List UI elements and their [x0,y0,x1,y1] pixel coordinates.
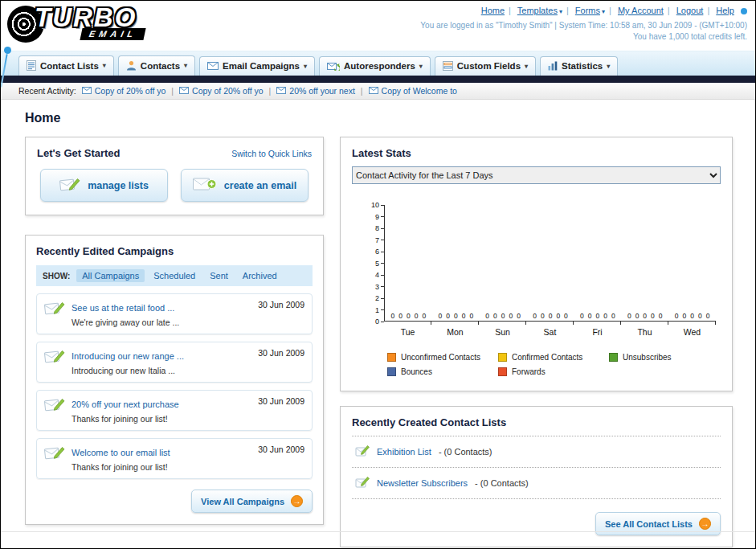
top-link-home[interactable]: Home [481,6,505,15]
view-all-campaigns-button[interactable]: View All Campaigns → [191,490,313,513]
separator: | [509,6,511,15]
tab-email-campaigns[interactable]: Email Campaigns ▾ [199,56,315,76]
recent-activity-link[interactable]: Copy of 20% off yo [95,86,166,96]
campaign-title-link[interactable]: 20% off your next purchase [72,399,179,409]
top-link-my-account[interactable]: My Account [618,6,664,15]
logo[interactable]: TURBO EMAIL [7,4,145,51]
envelope-pencil-icon [44,396,65,416]
tab-contact-lists[interactable]: Contact Lists ▾ [18,55,114,76]
x-axis-label: Sun [479,327,526,337]
recent-activity-link[interactable]: Copy of Welcome to [382,86,457,96]
chart-plot-area: 00000000000000000000000000000000000 [384,205,716,322]
see-all-contact-lists-label: See All Contact Lists [605,519,693,529]
x-axis-label: Tue [384,327,431,337]
filter-all-campaigns[interactable]: All Campaigns [76,269,145,282]
header-right: Home| Templates▾| Forms▾| My Account| Lo… [420,4,750,51]
recent-activity-item[interactable]: Copy of Welcome to [369,86,457,96]
chevron-down-icon: ▾ [419,63,423,70]
tab-autoresponders[interactable]: Autoresponders ▾ [319,56,431,76]
recent-activity-item[interactable]: Copy of 20% off yo [179,86,264,96]
stats-title: Latest Stats [352,147,721,159]
left-column: Let's Get Started Switch to Quick Links … [25,137,324,525]
campaign-title-link[interactable]: Introducing our new range ... [72,351,184,361]
recent-activity-link[interactable]: Copy of 20% off yo [192,86,264,96]
legend-item: Forwards [498,367,609,376]
contacts-icon [126,60,137,71]
right-column: Latest Stats Contact Activity for the La… [340,137,733,547]
contact-list-item[interactable]: Exhibition List - (0 Contacts) [352,436,721,468]
legend-item: Confirmed Contacts [498,353,609,362]
chevron-down-icon: ▾ [304,63,307,70]
filter-archived[interactable]: Archived [237,269,283,282]
bar-group-values: 00000 [668,312,716,320]
y-axis-tick-label: 1 [375,306,384,314]
x-axis-label: Sat [526,327,574,337]
latest-stats-panel: Latest Stats Contact Activity for the La… [340,137,733,391]
main-nav: Contact Lists ▾ Contacts ▾ Email Campaig… [1,51,755,76]
legend-item: Unconfirmed Contacts [387,353,498,362]
top-link-forms[interactable]: Forms▾ [575,6,605,15]
envelope-pencil-icon [44,348,65,367]
chevron-down-icon: ▾ [184,62,187,69]
contact-list-item[interactable]: Newsletter Subscribers - (0 Contacts) [352,468,721,499]
legend-swatch [387,367,396,376]
create-email-button[interactable]: create an email [181,169,309,202]
chart-y-axis: 012345678910 [365,205,384,322]
tab-label: Autoresponders [344,61,415,71]
contact-activity-chart: 012345678910 000000000000000000000000000… [352,205,721,337]
campaign-list-item[interactable]: Welcome to our email list Thanks for joi… [36,438,313,479]
recent-activity-link[interactable]: 20% off your next [289,86,355,96]
campaign-list-item[interactable]: See us at the retail food ... We're givi… [36,293,313,334]
tab-custom-fields[interactable]: Custom Fields ▾ [435,56,536,76]
campaign-list-item[interactable]: 20% off your next purchase Thanks for jo… [36,390,313,431]
bar-group-values: 00000 [385,312,432,320]
legend-item: Unsubscribes [609,353,720,362]
contact-list-link[interactable]: Newsletter Subscribers [377,478,468,488]
filter-sent[interactable]: Sent [204,269,234,282]
campaign-list-item[interactable]: Introducing our new range ... Introducin… [36,342,313,383]
manage-lists-button[interactable]: manage lists [40,169,168,202]
tab-contacts[interactable]: Contacts ▾ [118,55,195,76]
campaigns-title: Recently Edited Campaigns [36,245,313,257]
page-title: Home [25,111,733,125]
chevron-down-icon: ▾ [525,63,528,70]
top-link-help[interactable]: Help [716,6,734,15]
legend-swatch [498,367,507,376]
filter-scheduled[interactable]: Scheduled [148,269,201,282]
separator: | [269,86,272,96]
campaign-title-link[interactable]: See us at the retail food ... [72,303,174,313]
y-axis-tick-label: 0 [375,318,384,326]
recent-activity-item[interactable]: Copy of 20% off yo [82,86,166,96]
contact-list-link[interactable]: Exhibition List [377,447,431,457]
campaign-subtitle: Thanks for joining our list! [72,414,179,424]
separator: | [668,6,670,15]
main-content: Home Let's Get Started Switch to Quick L… [1,100,755,547]
switch-quick-links-link[interactable]: Switch to Quick Links [231,149,312,158]
top-link-logout[interactable]: Logout [676,6,704,15]
legend-label: Unsubscribes [623,353,672,362]
chevron-down-icon: ▾ [559,8,562,15]
y-axis-tick-label: 5 [375,260,384,268]
y-axis-tick-label: 9 [375,213,384,221]
stats-period-select[interactable]: Contact Activity for the Last 7 Days [352,166,721,184]
tab-label: Custom Fields [457,61,521,71]
chevron-down-icon: ▾ [103,62,106,69]
tab-statistics[interactable]: Statistics ▾ [540,56,618,76]
legend-item: Bounces [387,367,498,376]
recent-activity-item[interactable]: 20% off your next [276,86,355,96]
login-info: You are logged in as "Timothy Smith" | S… [420,21,747,30]
campaign-subtitle: Thanks for joining our list! [72,462,170,472]
y-axis-tick-label: 8 [375,224,384,232]
custom-fields-icon [443,61,453,71]
top-link-templates[interactable]: Templates▾ [517,6,562,15]
bar-group-values: 00000 [480,312,527,320]
y-axis-tick-label: 10 [371,201,384,209]
email-campaigns-icon [207,62,219,70]
arrow-right-icon: → [699,518,711,530]
campaign-title-link[interactable]: Welcome to our email list [72,448,170,457]
get-started-title: Let's Get Started [37,147,121,159]
separator: | [566,6,569,15]
recent-campaigns-panel: Recently Edited Campaigns SHOW: All Camp… [25,235,324,525]
recent-activity-label: Recent Activity: [18,86,76,96]
tab-label: Email Campaigns [223,61,300,71]
